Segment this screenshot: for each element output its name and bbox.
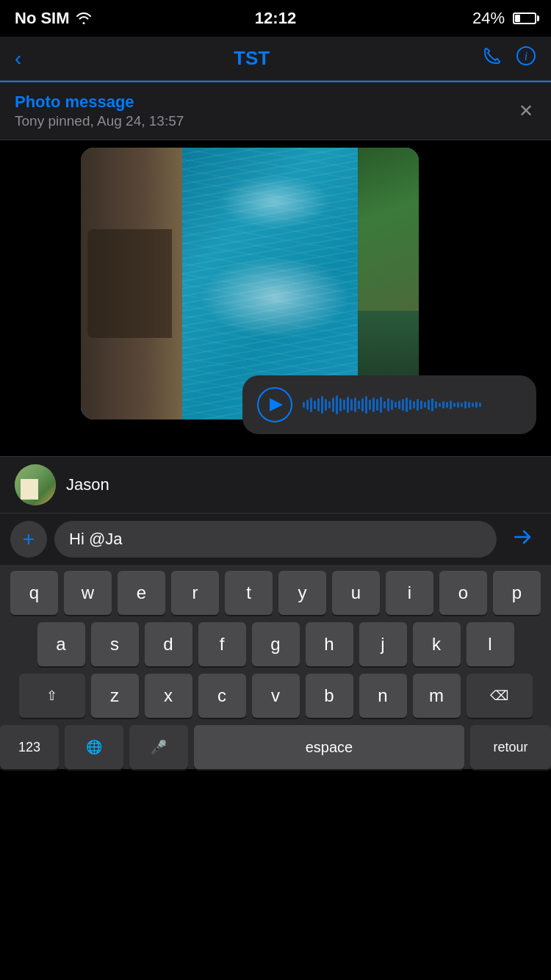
key-x[interactable]: x xyxy=(145,674,192,718)
jason-avatar xyxy=(15,464,56,505)
key-j[interactable]: j xyxy=(359,622,407,666)
key-n[interactable]: n xyxy=(359,674,407,718)
key-s[interactable]: s xyxy=(91,622,139,666)
svg-text:i: i xyxy=(525,50,527,62)
carrier-label: No SIM xyxy=(15,9,70,28)
nav-bar: ‹ TST i xyxy=(0,37,551,81)
audio-waveform xyxy=(303,394,522,416)
carrier-wifi: No SIM xyxy=(15,9,92,28)
mention-suggestion-bar[interactable]: Jason xyxy=(0,456,551,513)
pinned-title: Photo message xyxy=(15,93,184,112)
status-bar: No SIM 12:12 24% xyxy=(0,0,551,37)
key-h[interactable]: h xyxy=(306,622,353,666)
key-m[interactable]: m xyxy=(413,674,461,718)
key-i[interactable]: i xyxy=(386,571,433,615)
keyboard-row-1: q w e r t y u i o p xyxy=(0,571,551,615)
key-d[interactable]: d xyxy=(145,622,192,666)
key-p[interactable]: p xyxy=(493,571,541,615)
status-time: 12:12 xyxy=(255,9,296,28)
send-button[interactable] xyxy=(504,521,541,558)
info-button[interactable]: i xyxy=(516,46,536,71)
return-key[interactable]: retour xyxy=(470,725,551,769)
call-button[interactable] xyxy=(482,46,503,71)
send-icon xyxy=(512,527,533,552)
audio-play-button[interactable] xyxy=(257,387,292,422)
key-e[interactable]: e xyxy=(118,571,165,615)
numbers-key[interactable]: 123 xyxy=(0,725,59,769)
key-a[interactable]: a xyxy=(37,622,85,666)
key-l[interactable]: l xyxy=(467,622,514,666)
pinned-subtitle: Tony pinned, Aug 24, 13:57 xyxy=(15,113,184,129)
key-q[interactable]: q xyxy=(10,571,58,615)
battery-icon xyxy=(513,12,536,24)
pinned-content: Photo message Tony pinned, Aug 24, 13:57 xyxy=(15,93,184,129)
keyboard-row-4: 123 🌐 🎤 espace retour xyxy=(0,725,551,769)
pinned-close-button[interactable]: ✕ xyxy=(516,98,536,124)
audio-message-bubble[interactable] xyxy=(242,375,536,434)
key-u[interactable]: u xyxy=(332,571,380,615)
mention-name: Jason xyxy=(66,475,109,494)
key-c[interactable]: c xyxy=(198,674,246,718)
battery-percent: 24% xyxy=(472,9,505,28)
keyboard-row-2: a s d f g h j k l xyxy=(0,622,551,666)
key-o[interactable]: o xyxy=(439,571,487,615)
keyboard-row-3: ⇧ z x c v b n m ⌫ xyxy=(0,674,551,718)
pinned-banner[interactable]: Photo message Tony pinned, Aug 24, 13:57… xyxy=(0,81,551,140)
key-z[interactable]: z xyxy=(91,674,139,718)
globe-key[interactable]: 🌐 xyxy=(65,725,123,769)
battery-area: 24% xyxy=(472,9,536,28)
plus-icon: + xyxy=(23,529,35,550)
key-y[interactable]: y xyxy=(278,571,326,615)
play-icon xyxy=(270,398,283,411)
add-attachment-button[interactable]: + xyxy=(10,521,47,558)
key-t[interactable]: t xyxy=(225,571,273,615)
wifi-icon xyxy=(76,12,92,24)
back-button[interactable]: ‹ xyxy=(15,47,21,71)
nav-actions: i xyxy=(482,46,536,71)
chat-area: 12:10 xyxy=(0,140,551,456)
message-input-wrapper[interactable]: Hi @Ja xyxy=(54,521,497,558)
space-key[interactable]: espace xyxy=(194,725,464,769)
key-g[interactable]: g xyxy=(252,622,300,666)
key-b[interactable]: b xyxy=(306,674,353,718)
message-input[interactable]: Hi @Ja xyxy=(69,530,122,549)
key-f[interactable]: f xyxy=(198,622,246,666)
key-w[interactable]: w xyxy=(64,571,112,615)
mic-key[interactable]: 🎤 xyxy=(129,725,188,769)
shift-key[interactable]: ⇧ xyxy=(19,674,85,718)
key-v[interactable]: v xyxy=(252,674,300,718)
delete-key[interactable]: ⌫ xyxy=(467,674,533,718)
keyboard: q w e r t y u i o p a s d f g h j k l ⇧ … xyxy=(0,565,551,769)
key-k[interactable]: k xyxy=(413,622,461,666)
key-r[interactable]: r xyxy=(171,571,219,615)
nav-title: TST xyxy=(234,47,270,70)
input-area: + Hi @Ja xyxy=(0,513,551,565)
